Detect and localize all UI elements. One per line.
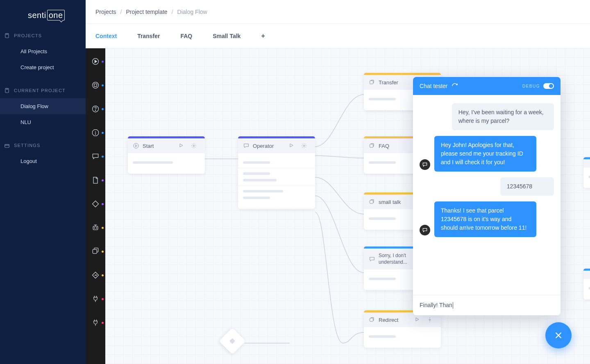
toolbox (86, 48, 105, 364)
stack-icon (369, 199, 375, 205)
stack-icon (369, 142, 375, 149)
svg-rect-19 (370, 318, 373, 321)
tabs: Context Transfer FAQ Small Talk + (86, 24, 590, 48)
gear-icon[interactable] (301, 143, 307, 149)
chat-msg-user: 12345678 (500, 177, 554, 196)
chat-msg-user: Hey, I've been waiting for a week, where… (452, 103, 554, 130)
tab-small-talk[interactable]: Small Talk (213, 33, 241, 39)
tab-transfer[interactable]: Transfer (137, 33, 160, 39)
node-title: Operator (253, 143, 289, 149)
node-title: Start (143, 143, 179, 149)
tab-faq[interactable]: FAQ (180, 33, 192, 39)
debug-label: DEBUG (522, 84, 540, 88)
play-circle-icon (133, 142, 139, 149)
svg-rect-2 (5, 145, 9, 148)
section-projects: PROJECTS (0, 28, 86, 43)
tool-context[interactable] (91, 80, 100, 90)
tab-add[interactable]: + (261, 32, 265, 40)
svg-rect-0 (5, 34, 9, 38)
chat-body: Hey, I've been waiting for a week, where… (413, 95, 560, 295)
tool-stack[interactable] (91, 246, 100, 256)
chat-icon (369, 256, 375, 262)
node-edge-1[interactable] (583, 157, 590, 188)
tool-file[interactable] (91, 175, 100, 185)
svg-rect-16 (370, 81, 373, 84)
chat-input[interactable]: Finally! Than (413, 295, 560, 315)
play-icon[interactable] (289, 143, 294, 148)
play-icon[interactable] (415, 317, 420, 322)
chat-icon (243, 142, 250, 149)
breadcrumb: Projects / Project template / Dialog Flo… (86, 0, 590, 24)
tool-chat[interactable] (91, 151, 100, 161)
svg-rect-18 (370, 200, 373, 203)
sidebar-item-all-projects[interactable]: All Projects (0, 43, 86, 59)
logo: sentione (0, 0, 86, 20)
svg-rect-5 (94, 84, 97, 87)
section-settings: SETTINGS (0, 138, 86, 153)
svg-point-20 (429, 319, 431, 321)
tool-error[interactable] (91, 128, 100, 138)
debug-toggle[interactable] (543, 83, 554, 89)
node-operator[interactable]: Operator (238, 136, 315, 209)
crumb-current: Dialog Flow (177, 9, 207, 15)
tab-context[interactable]: Context (95, 33, 117, 39)
chat-title: Chat tester (420, 83, 447, 89)
sidebar-item-logout[interactable]: Logout (0, 153, 86, 169)
tool-plug[interactable] (91, 294, 100, 304)
sidebar: sentione PROJECTS All Projects Create pr… (0, 0, 86, 364)
close-icon (553, 330, 564, 341)
logo-right: one (47, 10, 65, 20)
tool-plug2[interactable] (91, 318, 100, 328)
svg-rect-12 (93, 249, 97, 253)
svg-rect-1 (5, 88, 9, 93)
stack-icon (369, 317, 375, 323)
chat-tester-panel: Chat tester DEBUG Hey, I've been waiting… (413, 77, 560, 315)
section-current-project: CURRENT PROJECT (0, 83, 86, 98)
svg-point-4 (93, 82, 99, 88)
tool-help[interactable] (91, 104, 100, 114)
svg-point-15 (303, 145, 305, 147)
gear-icon[interactable] (191, 143, 197, 149)
chat-msg-bot: Thanks! I see that parcel 12345678 is on… (434, 201, 536, 237)
sidebar-item-nlu[interactable]: NLU (0, 114, 86, 130)
decision-node[interactable] (219, 328, 245, 354)
logo-left: senti (28, 11, 46, 20)
tool-transfer[interactable] (91, 270, 100, 280)
node-title: Redirect (379, 317, 415, 323)
svg-point-10 (94, 228, 95, 228)
refresh-icon[interactable] (452, 83, 458, 89)
svg-rect-9 (93, 226, 98, 230)
tool-bot[interactable] (91, 223, 100, 233)
svg-point-11 (96, 228, 97, 228)
stack-icon (369, 79, 375, 86)
chat-header: Chat tester DEBUG (413, 77, 560, 95)
bot-avatar-icon (420, 225, 430, 235)
chat-msg-bot: Hey John! Apologies for that, please sen… (434, 136, 536, 172)
node-edge-2[interactable] (583, 269, 590, 299)
close-chat-button[interactable] (545, 322, 572, 348)
svg-point-13 (134, 143, 138, 148)
node-start[interactable]: Start (128, 136, 205, 174)
play-icon[interactable] (179, 143, 184, 148)
svg-point-14 (193, 145, 195, 147)
tool-decision[interactable] (91, 199, 100, 209)
gear-icon[interactable] (427, 317, 433, 323)
bot-avatar-icon (420, 159, 430, 170)
tool-run[interactable] (91, 57, 100, 66)
node-redirect[interactable]: Redirect (364, 310, 441, 348)
svg-point-8 (95, 134, 95, 134)
svg-point-7 (95, 110, 95, 111)
crumb-projects[interactable]: Projects (95, 9, 116, 15)
svg-rect-17 (370, 144, 373, 147)
sidebar-item-create-project[interactable]: Create project (0, 59, 86, 75)
sidebar-item-dialog-flow[interactable]: Dialog Flow (0, 98, 86, 114)
crumb-template[interactable]: Project template (126, 9, 167, 15)
